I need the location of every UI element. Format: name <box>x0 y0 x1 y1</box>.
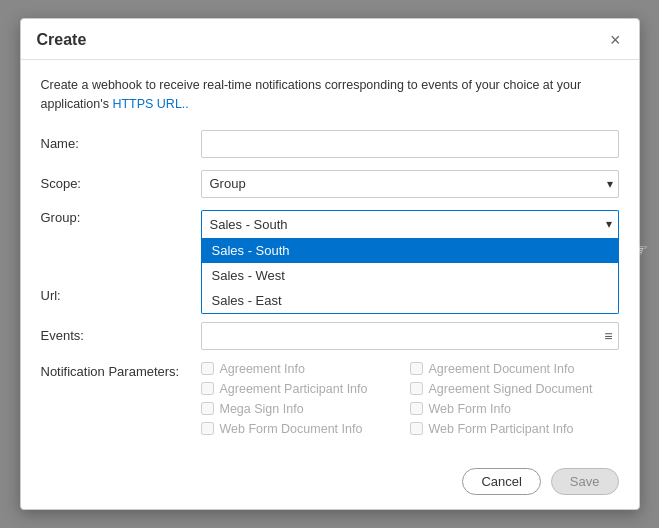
name-row: Name: <box>41 130 619 158</box>
checkbox-mega-sign-info-label: Mega Sign Info <box>220 402 304 416</box>
dialog-title: Create <box>37 31 87 49</box>
checkbox-web-form-participant-info: Web Form Participant Info <box>410 422 619 436</box>
group-select-wrapper: Sales - South ▾ Sales - South ☞ Sales - … <box>201 210 619 238</box>
close-button[interactable]: × <box>608 31 623 49</box>
checkbox-agreement-info-label: Agreement Info <box>220 362 305 376</box>
checkbox-web-form-participant-info-label: Web Form Participant Info <box>429 422 574 436</box>
group-dropdown-arrow-icon: ▾ <box>606 217 612 231</box>
checkboxes-grid: Agreement Info Agreement Document Info A… <box>201 362 619 436</box>
checkbox-web-form-info-label: Web Form Info <box>429 402 511 416</box>
description-text: Create a webhook to receive real-time no… <box>41 76 619 114</box>
notif-label: Notification Parameters: <box>41 362 201 379</box>
group-selected-display[interactable]: Sales - South ▾ <box>201 210 619 238</box>
create-dialog: Create × Create a webhook to receive rea… <box>20 18 640 510</box>
checkbox-web-form-participant-info-input[interactable] <box>410 422 423 435</box>
checkbox-web-form-document-info: Web Form Document Info <box>201 422 410 436</box>
scope-label: Scope: <box>41 176 201 191</box>
name-label: Name: <box>41 136 201 151</box>
checkbox-web-form-info-input[interactable] <box>410 402 423 415</box>
scope-select[interactable]: Group Account User <box>201 170 619 198</box>
group-label: Group: <box>41 210 201 225</box>
group-option-south[interactable]: Sales - South ☞ <box>202 238 618 263</box>
url-label: Url: <box>41 288 201 303</box>
scope-row: Scope: Group Account User ▾ <box>41 170 619 198</box>
dialog-footer: Cancel Save <box>21 458 639 509</box>
checkbox-agreement-document-info-label: Agreement Document Info <box>429 362 575 376</box>
name-input[interactable] <box>201 130 619 158</box>
checkbox-agreement-participant-info: Agreement Participant Info <box>201 382 410 396</box>
group-option-east[interactable]: Sales - East <box>202 288 618 313</box>
events-input-wrapper: ≡ <box>201 322 619 350</box>
checkbox-web-form-document-info-input[interactable] <box>201 422 214 435</box>
checkbox-mega-sign-info: Mega Sign Info <box>201 402 410 416</box>
notification-parameters-row: Notification Parameters: Agreement Info … <box>41 362 619 436</box>
checkbox-agreement-signed-document-label: Agreement Signed Document <box>429 382 593 396</box>
checkbox-agreement-document-info: Agreement Document Info <box>410 362 619 376</box>
checkbox-agreement-info-input[interactable] <box>201 362 214 375</box>
events-label: Events: <box>41 328 201 343</box>
cancel-button[interactable]: Cancel <box>462 468 540 495</box>
checkbox-agreement-signed-document: Agreement Signed Document <box>410 382 619 396</box>
checkbox-agreement-document-info-input[interactable] <box>410 362 423 375</box>
events-input[interactable] <box>201 322 619 350</box>
group-selected-text: Sales - South <box>210 217 288 232</box>
checkbox-mega-sign-info-input[interactable] <box>201 402 214 415</box>
checkbox-agreement-participant-info-input[interactable] <box>201 382 214 395</box>
checkbox-web-form-document-info-label: Web Form Document Info <box>220 422 363 436</box>
checkbox-agreement-info: Agreement Info <box>201 362 410 376</box>
checkbox-agreement-signed-document-input[interactable] <box>410 382 423 395</box>
dialog-header: Create × <box>21 19 639 60</box>
group-option-west-label: Sales - West <box>212 268 285 283</box>
group-row: Group: Sales - South ▾ Sales - South ☞ S… <box>41 210 619 238</box>
dialog-body: Create a webhook to receive real-time no… <box>21 60 639 458</box>
checkbox-agreement-participant-info-label: Agreement Participant Info <box>220 382 368 396</box>
checkbox-web-form-info: Web Form Info <box>410 402 619 416</box>
group-dropdown: Sales - South ☞ Sales - West Sales - Eas… <box>201 238 619 314</box>
group-option-east-label: Sales - East <box>212 293 282 308</box>
save-button[interactable]: Save <box>551 468 619 495</box>
events-row: Events: ≡ <box>41 322 619 350</box>
cursor-icon: ☞ <box>632 239 648 261</box>
scope-select-wrapper: Group Account User ▾ <box>201 170 619 198</box>
https-link[interactable]: HTTPS URL.. <box>112 97 188 111</box>
group-option-west[interactable]: Sales - West <box>202 263 618 288</box>
group-option-south-label: Sales - South <box>212 243 290 258</box>
